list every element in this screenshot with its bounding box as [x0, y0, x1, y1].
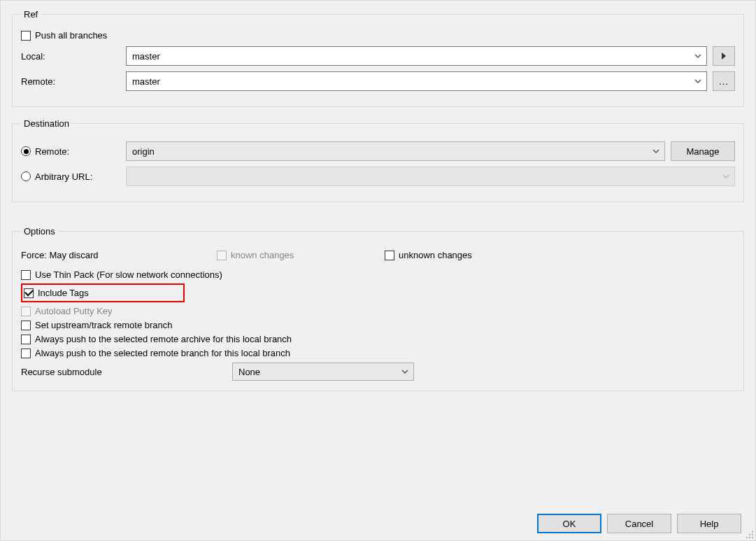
ref-group: Ref Push all branches Local: master Remo… [12, 9, 744, 107]
destination-arbitrary-combo [126, 167, 735, 186]
svg-point-4 [749, 537, 750, 538]
cancel-button[interactable]: Cancel [607, 514, 671, 533]
always-archive-checkbox[interactable]: Always push to the selected remote archi… [21, 334, 735, 344]
destination-group: Destination Remote: origin Manage Arbitr… [12, 118, 744, 202]
checkbox-checked-icon [24, 288, 34, 298]
set-upstream-checkbox[interactable]: Set upstream/track remote branch [21, 320, 735, 330]
always-branch-label: Always push to the selected remote branc… [35, 348, 290, 358]
destination-arbitrary-label: Arbitrary URL: [35, 171, 92, 182]
checkbox-icon [21, 270, 31, 280]
include-tags-checkbox[interactable]: Include Tags [24, 288, 89, 298]
chevron-down-icon [401, 367, 409, 376]
recurse-row: Recurse submodule None [21, 363, 735, 381]
destination-remote-label: Remote: [35, 146, 69, 157]
local-branch-combo[interactable]: master [126, 46, 707, 66]
dialog-buttons: OK Cancel Help [532, 514, 741, 533]
include-tags-highlight: Include Tags [21, 283, 185, 302]
remote-label: Remote: [21, 76, 126, 87]
local-branch-value: master [132, 51, 694, 62]
radio-checked-icon [21, 146, 31, 156]
thin-pack-checkbox[interactable]: Use Thin Pack (For slow network connecti… [21, 269, 735, 280]
force-label: Force: May discard [21, 250, 189, 260]
autoload-putty-checkbox: Autoload Putty Key [21, 306, 735, 316]
checkbox-icon [385, 251, 394, 260]
checkbox-disabled-icon [217, 251, 227, 260]
recurse-value: None [238, 367, 260, 377]
unknown-changes-label: unknown changes [399, 250, 472, 260]
svg-point-0 [752, 531, 753, 533]
checkbox-icon [21, 335, 31, 344]
push-all-branches-label: Push all branches [35, 30, 107, 41]
known-changes-label: known changes [231, 250, 294, 260]
remote-branch-value: master [132, 76, 694, 87]
unknown-changes-checkbox[interactable]: unknown changes [385, 250, 472, 260]
include-tags-label: Include Tags [38, 288, 89, 298]
local-label: Local: [21, 51, 126, 62]
help-button[interactable]: Help [677, 514, 741, 533]
always-branch-checkbox[interactable]: Always push to the selected remote branc… [21, 348, 735, 358]
svg-point-3 [746, 537, 748, 538]
destination-remote-radio[interactable]: Remote: [21, 146, 126, 157]
destination-remote-value: origin [132, 146, 652, 157]
push-all-branches-checkbox[interactable]: Push all branches [21, 30, 735, 41]
chevron-down-icon [652, 147, 660, 155]
remote-browse-button[interactable]: ... [713, 71, 735, 91]
checkbox-disabled-icon [21, 307, 31, 316]
force-row: Force: May discard known changes unknown… [21, 246, 735, 264]
local-more-button[interactable] [713, 46, 735, 66]
resize-grip-icon[interactable] [744, 529, 754, 539]
thin-pack-label: Use Thin Pack (For slow network connecti… [35, 269, 222, 280]
checkbox-icon [21, 349, 31, 358]
ok-button[interactable]: OK [537, 514, 601, 533]
ref-legend: Ref [21, 9, 41, 20]
checkbox-icon [21, 321, 31, 330]
known-changes-checkbox: known changes [217, 250, 357, 260]
svg-point-5 [752, 537, 753, 538]
remote-branch-combo[interactable]: master [126, 71, 707, 91]
destination-arbitrary-radio[interactable]: Arbitrary URL: [21, 171, 126, 182]
set-upstream-label: Set upstream/track remote branch [35, 320, 173, 330]
checkbox-icon [21, 31, 31, 41]
options-legend: Options [21, 226, 58, 237]
chevron-down-icon [694, 77, 702, 85]
svg-point-1 [749, 534, 750, 535]
destination-remote-row: Remote: origin Manage [21, 141, 735, 161]
local-row: Local: master [21, 46, 735, 66]
radio-unchecked-icon [21, 171, 31, 181]
chevron-down-icon [722, 172, 730, 181]
autoload-putty-label: Autoload Putty Key [35, 306, 113, 316]
destination-arbitrary-row: Arbitrary URL: [21, 167, 735, 186]
recurse-label: Recurse submodule [21, 367, 224, 377]
svg-point-2 [752, 534, 753, 535]
remote-row: Remote: master ... [21, 71, 735, 91]
options-group: Options Force: May discard known changes… [12, 226, 744, 391]
always-archive-label: Always push to the selected remote archi… [35, 334, 292, 344]
destination-remote-combo[interactable]: origin [126, 141, 665, 161]
push-dialog: Ref Push all branches Local: master Remo… [0, 0, 756, 541]
destination-legend: Destination [21, 118, 72, 129]
chevron-down-icon [694, 52, 702, 60]
recurse-combo[interactable]: None [232, 363, 414, 381]
manage-button[interactable]: Manage [671, 141, 735, 161]
